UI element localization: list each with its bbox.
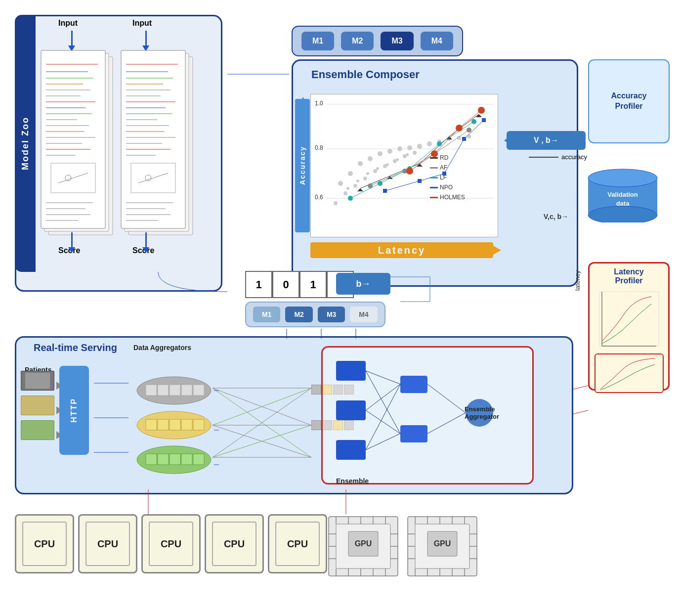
patient-img-3 [21, 420, 54, 440]
http-block: HTTP [59, 366, 89, 455]
model-btn-m4[interactable]: M4 [421, 32, 453, 50]
accuracy-profiler-box: AccuracyProfiler [588, 59, 670, 143]
svg-rect-124 [596, 354, 664, 393]
svg-point-100 [467, 128, 471, 132]
legend-lf: LF [430, 173, 465, 182]
chart-legend: RD AF LF NPO HOLMES [430, 153, 465, 203]
score-arrow-1 [68, 232, 75, 253]
svg-point-113 [456, 125, 463, 132]
svg-point-105 [471, 119, 476, 124]
svg-text:GPU: GPU [434, 539, 451, 548]
model-btn-bottom-m1[interactable]: M1 [253, 307, 280, 322]
svg-line-166 [366, 384, 400, 410]
b-vector-flow-arrow [390, 267, 499, 307]
model-btn-m2[interactable]: M2 [341, 32, 374, 50]
svg-line-172 [427, 413, 466, 434]
svg-point-75 [373, 169, 377, 173]
svg-rect-144 [146, 454, 157, 465]
svg-rect-109 [462, 137, 466, 141]
svg-rect-107 [418, 179, 422, 183]
model-buttons-row: M1 M2 M3 M4 [292, 26, 463, 56]
gpu-chip-1: GPU [326, 514, 400, 578]
latency-axis-arrow: Latency [310, 242, 493, 258]
svg-point-88 [467, 134, 471, 138]
svg-point-117 [588, 169, 657, 187]
svg-point-118 [588, 206, 657, 222]
ensemble-aggregator-label: EnsembleAggregator [465, 405, 499, 420]
cross-connections [213, 376, 321, 489]
cpu-chip-1: CPU [15, 514, 74, 573]
data-agg-2 [136, 409, 213, 441]
svg-point-73 [353, 184, 357, 188]
svg-rect-162 [400, 376, 427, 393]
model-bottom-row: M1 M2 M3 M4 [245, 302, 385, 327]
agg-to-cross-arrows [212, 376, 221, 484]
input-label-1: Input [58, 19, 78, 28]
svg-point-74 [363, 176, 367, 180]
model-btn-bottom-m2[interactable]: M2 [285, 307, 312, 322]
model-zoo-label: Model Zoo [15, 15, 36, 272]
svg-point-69 [407, 145, 412, 150]
cpu-chips-row: CPU CPU CPU CPU CPU [15, 514, 327, 573]
gpu-chips-row: GPU GPU [326, 514, 479, 578]
b-vector-arrow: b→ [336, 273, 390, 295]
svg-point-90 [396, 158, 399, 161]
cpu-label-1: CPU [34, 538, 55, 550]
svg-line-168 [366, 371, 400, 434]
svg-rect-160 [336, 400, 366, 420]
legend-holmes: HOLMES [430, 193, 465, 202]
svg-point-111 [406, 168, 413, 175]
svg-rect-142 [193, 419, 204, 430]
svg-line-167 [366, 384, 400, 450]
realtime-serving-label: Real-time Serving [30, 341, 121, 354]
svg-line-165 [366, 371, 400, 384]
svg-point-101 [348, 196, 353, 201]
svg-marker-92 [357, 188, 363, 191]
model-zoo-to-serving [79, 267, 247, 307]
cpu-label-4: CPU [224, 538, 245, 550]
svg-rect-135 [181, 385, 192, 396]
input-label-2: Input [132, 19, 152, 28]
latency-profiler-box: LatencyProfiler [588, 262, 670, 391]
svg-point-91 [406, 153, 409, 156]
chart-area: 1.0 0.8 0.6 [310, 94, 498, 237]
svg-rect-121 [599, 292, 659, 346]
accuracy-arrow-head [299, 97, 307, 104]
svg-rect-148 [193, 454, 204, 465]
svg-rect-138 [146, 419, 157, 430]
doc-stack-right [119, 49, 208, 237]
model-btn-bottom-m3[interactable]: M3 [318, 307, 345, 322]
svg-point-66 [378, 151, 383, 156]
svg-point-85 [366, 172, 369, 175]
latency-profiler-label: LatencyProfiler [590, 264, 668, 289]
svg-line-171 [427, 384, 466, 413]
latency-profiler-chart2 [595, 353, 664, 393]
ensemble-label-bottom: Ensemble [336, 477, 369, 485]
svg-rect-106 [383, 189, 387, 193]
cpu-chip-4: CPU [205, 514, 264, 573]
cpu-label-5: CPU [287, 538, 308, 550]
cpu-label-3: CPU [161, 538, 181, 550]
score-arrow-2 [142, 232, 149, 253]
cpu-label-2: CPU [97, 538, 118, 550]
svg-point-68 [397, 146, 402, 151]
vb-arrow-box: V , b→ [507, 131, 586, 150]
svg-text:1.0: 1.0 [315, 100, 323, 107]
model-btn-bottom-m4[interactable]: M4 [350, 307, 377, 322]
data-aggregators-label: Data Aggregators [133, 344, 191, 352]
cpu-chip-2: CPU [78, 514, 137, 573]
svg-point-67 [387, 149, 392, 154]
svg-point-65 [368, 156, 373, 161]
model-btn-m1[interactable]: M1 [301, 32, 334, 50]
accuracy-axis-arrow: Accuracy [295, 99, 310, 232]
svg-line-170 [366, 434, 400, 450]
legend-npo: NPO [430, 183, 465, 192]
svg-rect-134 [170, 385, 180, 396]
svg-rect-159 [336, 361, 366, 381]
svg-point-83 [346, 187, 349, 190]
model-btn-m3[interactable]: M3 [381, 32, 413, 50]
cpu-chip-5: CPU [268, 514, 327, 573]
validation-data-cylinder: Validation data [583, 168, 662, 222]
latency-arrow-head [493, 246, 501, 255]
svg-point-80 [413, 151, 417, 155]
